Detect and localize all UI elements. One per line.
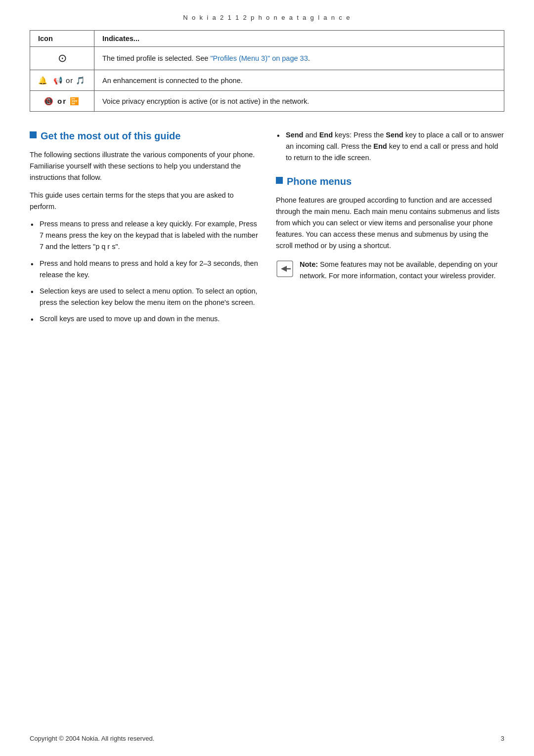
main-content: Get the most out of this guide The follo… (0, 129, 534, 331)
right-bullet-list: Send and End keys: Press the Send key to… (276, 129, 504, 164)
end-bold2: End (373, 142, 387, 150)
list-item: Scroll keys are used to move up and down… (30, 313, 258, 325)
col-indicates-header: Indicates... (94, 31, 504, 47)
left-intro-1: The following sections illustrate the va… (30, 149, 258, 184)
phone-menus-heading-text: Phone menus (287, 175, 352, 188)
indicates-cell: Voice privacy encryption is active (or i… (94, 91, 504, 112)
note-text: Note: Some features may not be available… (300, 259, 504, 282)
note-arrow-svg (276, 260, 294, 278)
indicates-cell: The timed profile is selected. See "Prof… (94, 47, 504, 70)
page-header: N o k i a 2 1 1 2 p h o n e a t a g l a … (0, 0, 534, 30)
right-column: Send and End keys: Press the Send key to… (276, 129, 504, 331)
bullet-text: Press and hold means to press and hold a… (40, 259, 258, 279)
list-item: Send and End keys: Press the Send key to… (276, 129, 504, 164)
note-box: Note: Some features may not be available… (276, 259, 504, 282)
bullet-send-end-text: Send and End keys: Press the Send key to… (286, 131, 504, 162)
left-bullet-list: Press means to press and release a key q… (30, 218, 258, 325)
send-bold2: Send (386, 131, 403, 139)
icon-cell: 🔔 📢 or 🎵 (30, 70, 94, 91)
clock-icon: ⊙ (58, 52, 67, 64)
list-item: Press means to press and release a key q… (30, 218, 258, 253)
header-title: N o k i a 2 1 1 2 p h o n e a t a g l a … (183, 14, 351, 21)
privacy-icons: 📵 or 📴 (44, 97, 80, 106)
bullet-text: Press means to press and release a key q… (40, 220, 258, 251)
profile-link: "Profiles (Menu 3)" on page 33 (210, 54, 308, 62)
table-row: 📵 or 📴 Voice privacy encryption is activ… (30, 91, 504, 112)
end-bold: End (319, 131, 333, 139)
page-container: N o k i a 2 1 1 2 p h o n e a t a g l a … (0, 0, 534, 756)
heading-square-icon (30, 131, 37, 138)
phone-menus-text: Phone features are grouped according to … (276, 195, 504, 252)
icon-table: Icon Indicates... ⊙ The timed profile is… (30, 30, 504, 112)
list-item: Press and hold means to press and hold a… (30, 258, 258, 281)
copyright-text: Copyright © 2004 Nokia. All rights reser… (30, 735, 154, 742)
icon-cell: 📵 or 📴 (30, 91, 94, 112)
left-column: Get the most out of this guide The follo… (30, 129, 258, 331)
left-section-heading: Get the most out of this guide (30, 129, 258, 142)
list-item: Selection keys are used to select a menu… (30, 286, 258, 308)
page-footer: Copyright © 2004 Nokia. All rights reser… (30, 735, 504, 742)
heading-square-icon-2 (276, 177, 283, 184)
note-body: Some features may not be available, depe… (300, 260, 498, 280)
svg-marker-1 (281, 266, 287, 272)
bullet-text: Selection keys are used to select a menu… (40, 287, 258, 306)
left-heading-text: Get the most out of this guide (41, 129, 180, 142)
table-row: 🔔 📢 or 🎵 An enhancement is connected to … (30, 70, 504, 91)
send-bold: Send (286, 131, 303, 139)
table-row: ⊙ The timed profile is selected. See "Pr… (30, 47, 504, 70)
table-header-row: Icon Indicates... (30, 31, 504, 47)
indicates-cell: An enhancement is connected to the phone… (94, 70, 504, 91)
note-bold: Note: (300, 260, 318, 268)
col-icon-header: Icon (30, 31, 94, 47)
icon-cell: ⊙ (30, 47, 94, 70)
note-icon (276, 260, 294, 278)
page-number: 3 (501, 735, 504, 742)
bell-icons: 🔔 📢 or 🎵 (38, 76, 86, 85)
phone-menus-heading: Phone menus (276, 175, 504, 188)
bullet-text: Scroll keys are used to move up and down… (40, 315, 220, 323)
left-intro-2: This guide uses certain terms for the st… (30, 190, 258, 212)
